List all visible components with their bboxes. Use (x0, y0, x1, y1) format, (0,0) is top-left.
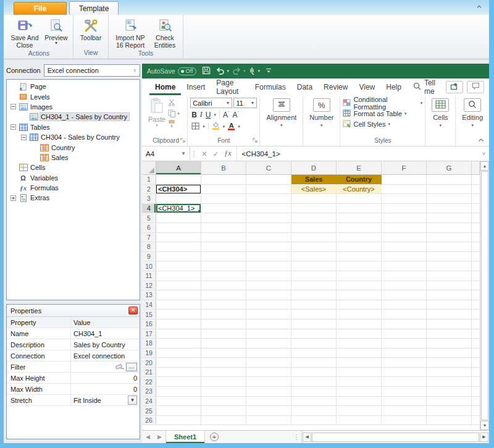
cell-G19[interactable] (427, 349, 472, 358)
tree-item[interactable]: CH304_1 - Sales by Country (7, 112, 140, 122)
cell-B11[interactable] (201, 271, 246, 281)
alignment-button[interactable]: Alignment ▾ (262, 96, 300, 128)
cell-B5[interactable] (201, 213, 246, 223)
cell-G3[interactable] (427, 194, 472, 204)
cell-E1[interactable]: Country (337, 175, 382, 185)
number-button[interactable]: % Number ▾ (306, 96, 337, 128)
cell-D12[interactable] (291, 281, 337, 291)
cell-F9[interactable] (382, 252, 427, 262)
row-header-23[interactable]: 23 (142, 387, 156, 397)
cut-button[interactable] (168, 99, 180, 108)
cell-D16[interactable] (291, 319, 337, 329)
cell-D21[interactable] (291, 368, 337, 378)
cell-A26[interactable] (156, 416, 201, 426)
cell-F14[interactable] (382, 300, 427, 310)
fill-color-button[interactable] (212, 122, 220, 131)
cell-A17[interactable] (156, 329, 201, 339)
cell-D10[interactable] (291, 261, 337, 271)
cell-E21[interactable] (337, 368, 382, 378)
cell-E13[interactable] (337, 290, 382, 300)
column-header-B[interactable]: B (201, 161, 246, 174)
expander-minus-icon[interactable]: − (21, 135, 27, 140)
cell-A25[interactable] (156, 406, 201, 416)
sheet-nav-left-icon[interactable]: ◀ (142, 431, 154, 443)
row-header-19[interactable]: 19 (142, 349, 156, 358)
cell-D4[interactable] (291, 204, 337, 214)
cell-B19[interactable] (201, 349, 246, 358)
excel-tab-page-layout[interactable]: Page Layout (211, 78, 249, 95)
tab-file[interactable]: File (14, 2, 67, 15)
cell-B22[interactable] (201, 377, 246, 387)
redo-icon[interactable] (232, 67, 241, 76)
row-header-20[interactable]: 20 (142, 358, 156, 368)
cell-C15[interactable] (246, 310, 291, 319)
cell-E5[interactable] (337, 213, 382, 223)
cell-A16[interactable] (156, 319, 201, 329)
sheet-nav-right-icon[interactable]: ▶ (154, 431, 165, 443)
cell-B16[interactable] (201, 319, 246, 329)
property-value[interactable]: … (71, 361, 140, 372)
cell-B13[interactable] (201, 290, 246, 300)
row-header-21[interactable]: 21 (142, 368, 156, 378)
save-and-close-button[interactable]: Save And Close (7, 16, 42, 49)
cell-G24[interactable] (427, 397, 472, 407)
cell-C17[interactable] (246, 329, 291, 339)
dropdown-arrow-icon[interactable]: ▼ (128, 395, 137, 405)
cell-E8[interactable] (337, 242, 382, 252)
cell-B6[interactable] (201, 223, 246, 233)
row-header-15[interactable]: 15 (142, 310, 156, 319)
column-header-E[interactable]: E (337, 161, 382, 174)
autosave-toggle[interactable]: AutoSave Off (147, 67, 196, 75)
conditional-formatting-button[interactable]: Conditional Formatting▾ (343, 98, 422, 108)
editing-button[interactable]: Editing ▾ (458, 96, 487, 128)
cell-B10[interactable] (201, 261, 246, 271)
cell-A6[interactable] (156, 223, 201, 233)
font-size-select[interactable]: 11▼ (233, 98, 257, 108)
row-header-18[interactable]: 18 (142, 339, 156, 349)
cell-B3[interactable] (201, 194, 246, 204)
cell-B7[interactable] (201, 233, 246, 243)
grow-font-button[interactable]: Aˆ (223, 111, 229, 119)
cell-G12[interactable] (427, 281, 472, 291)
cell-A13[interactable] (156, 290, 201, 300)
connection-select[interactable]: Excel connection ˅ (44, 64, 140, 77)
cell-G2[interactable] (427, 185, 472, 195)
cell-C12[interactable] (246, 281, 291, 291)
cell-D9[interactable] (291, 252, 337, 262)
column-header-F[interactable]: F (382, 161, 427, 174)
cell-A4[interactable]: <CH304_1> (156, 204, 201, 214)
cell-E24[interactable] (337, 397, 382, 407)
cell-E18[interactable] (337, 339, 382, 349)
cell-D17[interactable] (291, 329, 337, 339)
cell-F5[interactable] (382, 213, 427, 223)
undo-icon[interactable] (216, 67, 225, 76)
cell-G18[interactable] (427, 339, 472, 349)
underline-button[interactable]: U (206, 111, 211, 119)
cell-C22[interactable] (246, 377, 291, 387)
excel-tab-view[interactable]: View (353, 78, 380, 95)
cell-B25[interactable] (201, 406, 246, 416)
row-header-13[interactable]: 13 (142, 290, 156, 300)
cell-F26[interactable] (382, 416, 427, 426)
share-button[interactable] (446, 81, 463, 93)
cell-styles-button[interactable]: Cell Styles▾ (343, 119, 422, 129)
shrink-font-button[interactable]: Aˇ (232, 111, 238, 119)
row-header-17[interactable]: 17 (142, 329, 156, 339)
cell-F21[interactable] (382, 368, 427, 378)
scrollbar-thumb[interactable] (481, 171, 488, 420)
cell-A1[interactable] (156, 175, 201, 185)
row-header-2[interactable]: 2 (142, 185, 156, 195)
tree-item[interactable]: +Extras (7, 193, 140, 203)
cells-button[interactable]: Cells ▾ (428, 96, 453, 128)
cell-D25[interactable] (291, 406, 337, 416)
row-header-24[interactable]: 24 (142, 397, 156, 407)
cell-B17[interactable] (201, 329, 246, 339)
cell-F22[interactable] (382, 377, 427, 387)
cell-D24[interactable] (291, 397, 337, 407)
eraser-icon[interactable] (115, 363, 125, 371)
row-header-12[interactable]: 12 (142, 281, 156, 291)
cancel-icon[interactable]: ✕ (201, 150, 207, 158)
cell-A14[interactable] (156, 300, 201, 310)
cell-A22[interactable] (156, 377, 201, 387)
vertical-scrollbar[interactable]: ▲ ▼ (480, 161, 489, 430)
